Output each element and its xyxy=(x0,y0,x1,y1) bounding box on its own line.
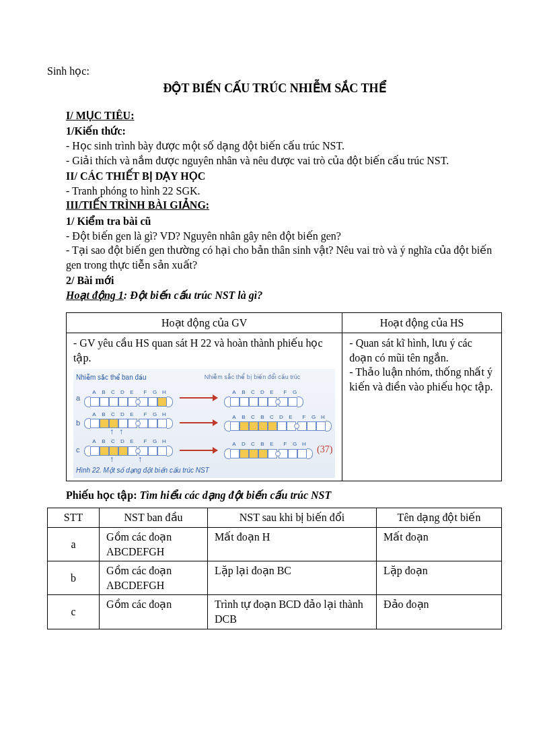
section-1-heading: I/ MỤC TIÊU: xyxy=(66,108,502,123)
col-name-header: Tên dạng đột biến xyxy=(377,508,502,528)
chromosome-diagram: Nhiễm sắc thể ban đầu Nhiễm sắc thể bị b… xyxy=(73,369,335,477)
section-3-sub2: 2/ Bài mới xyxy=(66,273,502,288)
diagram-row-b: b ABCDEFGH ↑↑ ABCBCDEFGH xyxy=(76,411,332,435)
section-3-p1: - Đột biến gen là gì? VD? Nguyên nhân gâ… xyxy=(66,229,502,244)
hs-header: Hoạt động của HS xyxy=(342,312,502,333)
diagram-row-a: a ABCDEFGH ABCDEFG xyxy=(76,389,332,407)
gv-hs-table: Hoạt động của GV Hoạt động của HS - GV y… xyxy=(66,312,502,481)
page-title: ĐỘT BIẾN CẤU TRÚC NHIỄM SẮC THỂ xyxy=(47,80,502,96)
labels-b-left: ABCDEFGH xyxy=(84,411,173,419)
figure-caption: Hình 22. Một số dạng đột biến cấu trúc N… xyxy=(76,466,332,475)
diagram-caption-right: Nhiễm sắc thể bị biến đổi cấu trúc xyxy=(205,373,333,384)
row-label-b: b xyxy=(76,418,84,428)
subject-label: Sinh học: xyxy=(47,64,502,79)
cell-name: Lặp đoạn xyxy=(377,561,502,595)
labels-c-right: ADCBEFGH xyxy=(224,441,313,448)
worksheet-lead: Phiếu học tập: xyxy=(66,489,140,501)
cell-name: Mất đoạn xyxy=(377,527,502,561)
gv-text: - GV yêu cầu HS quan sát H 22 và hoàn th… xyxy=(73,336,335,365)
table-row: c Gồm các đoạn Trình tự đoạn BCD đảo lại… xyxy=(48,595,502,629)
activity-desc: : Đột biến cấu trúc NST là gì? xyxy=(124,289,262,301)
labels-b-right: ABCBCDEFGH xyxy=(224,414,332,421)
table-header-row: STT NST ban đầu NST sau khi bị biến đổi … xyxy=(48,508,502,528)
col-orig-header: NST ban đầu xyxy=(100,508,208,528)
content-body: I/ MỤC TIÊU: 1/Kiến thức: - Học sinh trì… xyxy=(66,108,502,481)
diagram-row-c: c ABCDEFGH ↑↑ ADCBEFGH (37) xyxy=(76,438,332,462)
arrow-icon xyxy=(180,422,217,423)
section-2-heading: II/ CÁC THIẾT BỊ DẠY HỌC xyxy=(66,169,502,184)
col-after-header: NST sau khi bị biến đổi xyxy=(208,508,377,528)
cell-stt: a xyxy=(48,527,100,561)
cell-stt: b xyxy=(48,561,100,595)
section-2-p1: - Tranh phóng to hình 22 SGK. xyxy=(66,184,502,199)
worksheet-title: Phiếu học tập: Tìm hiểu các dạng đột biế… xyxy=(66,488,502,503)
table-row: b Gồm các đoạn ABCDEFGH Lặp lại đoạn BC … xyxy=(48,561,502,595)
row-label-c: c xyxy=(76,445,84,455)
hs-text-1: - Quan sát kĩ hình, lưu ý các đoạn có mũ… xyxy=(349,336,495,365)
cell-after: Trình tự đoạn BCD đảo lại thành DCB xyxy=(208,595,377,629)
section-1-p2: - Giải thích và nắm được nguyên nhân và … xyxy=(66,153,502,168)
arrow-icon xyxy=(180,397,217,399)
diagram-caption-left: Nhiễm sắc thể ban đầu xyxy=(76,373,205,382)
cell-orig: Gồm các đoạn ABCDEFGH xyxy=(100,527,208,561)
cell-name: Đảo đoạn xyxy=(377,595,502,629)
hs-cell: - Quan sát kĩ hình, lưu ý các đoạn có mũ… xyxy=(342,333,502,481)
cell-orig: Gồm các đoạn ABCDEFGH xyxy=(100,561,208,595)
labels-c-left: ABCDEFGH xyxy=(84,438,173,446)
arrow-icon xyxy=(180,450,217,451)
section-3-heading: III/TIẾN TRÌNH BÀI GIẢNG: xyxy=(66,198,502,213)
activity-title: Hoạt động 1: Đột biến cấu trúc NST là gì… xyxy=(66,288,502,303)
table-row: a Gồm các đoạn ABCDEFGH Mất đoạn H Mất đ… xyxy=(48,527,502,561)
section-1-sub1: 1/Kiến thức: xyxy=(66,124,502,139)
activity-label: Hoạt động 1 xyxy=(66,289,124,301)
section-3-p2: - Tại sao đột biến gen thường có hại cho… xyxy=(66,243,502,272)
cell-after: Mất đoạn H xyxy=(208,527,377,561)
col-stt-header: STT xyxy=(48,508,100,528)
hs-text-2: - Thảo luận nhóm, thống nhất ý kiến và đ… xyxy=(349,365,495,394)
labels-a-right: ABCDEFG xyxy=(224,389,303,397)
labels-a-left: ABCDEFGH xyxy=(84,389,173,397)
mutation-table: STT NST ban đầu NST sau khi bị biến đổi … xyxy=(47,508,502,629)
gv-header: Hoạt động của GV xyxy=(67,312,342,333)
cell-stt: c xyxy=(48,595,100,629)
gv-cell: - GV yêu cầu HS quan sát H 22 và hoàn th… xyxy=(67,333,342,481)
row-label-a: a xyxy=(76,393,84,403)
worksheet-body: Tìm hiểu các dạng đột biến cấu trúc NST xyxy=(140,489,332,501)
section-3-sub1: 1/ Kiểm tra bài cũ xyxy=(66,214,502,229)
cell-after: Lặp lại đoạn BC xyxy=(208,561,377,595)
cell-orig: Gồm các đoạn xyxy=(100,595,208,629)
handwritten-annotation: (37) xyxy=(317,444,332,456)
section-1-p1: - Học sinh trình bày được một số dạng độ… xyxy=(66,139,502,153)
